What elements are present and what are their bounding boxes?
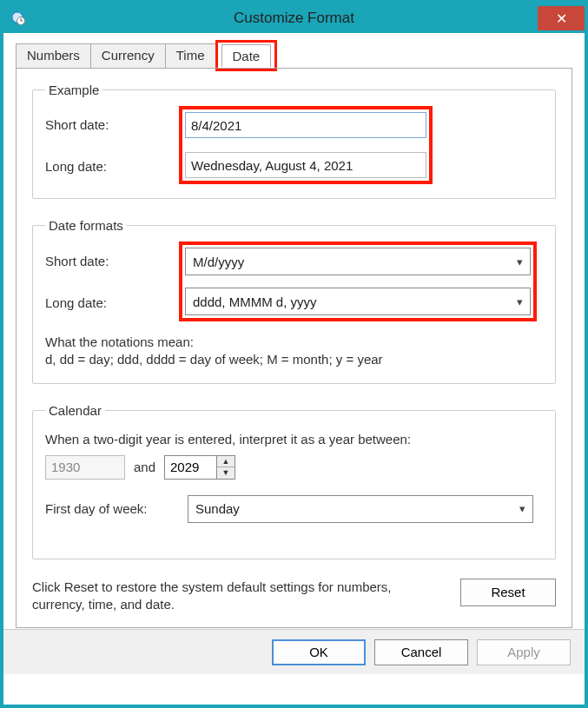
spin-down-button[interactable]: ▼ [217,467,235,479]
first-day-label: First day of week: [45,501,188,516]
close-icon: ✕ [556,10,567,27]
ok-button[interactable]: OK [272,639,366,665]
reset-row: Click Reset to restore the system defaul… [32,579,556,614]
formats-short-label: Short date: [45,247,179,275]
formats-highlight-box: M/d/yyyy ▾ dddd, MMMM d, yyyy ▾ [179,242,537,321]
year-to-spin-buttons: ▲ ▼ [216,455,235,480]
first-day-row: First day of week: Sunday ▾ [45,495,543,523]
example-group: Example Short date: Long date: 8/4/2021 … [32,83,556,199]
spin-up-button[interactable]: ▲ [217,456,235,468]
first-day-combo[interactable]: Sunday ▾ [188,495,533,523]
date-formats-legend: Date formats [45,218,127,233]
chevron-down-icon: ▾ [517,255,523,268]
tab-strip: Numbers Currency Time Date [16,43,585,69]
notations-title: What the notations mean: [45,334,543,351]
example-long-value: Wednesday, August 4, 2021 [185,152,426,178]
content-area: Numbers Currency Time Date Example Short… [3,33,585,705]
first-day-value: Sunday [195,501,240,516]
year-to-spinner: ▲ ▼ [164,455,235,480]
year-and-label: and [134,460,155,474]
globe-clock-icon [10,10,26,26]
year-to-input[interactable] [164,455,216,480]
dialog-footer: OK Cancel Apply [3,629,585,674]
calendar-legend: Calendar [45,403,105,418]
notations-body: d, dd = day; ddd, dddd = day of week; M … [45,351,543,368]
short-date-format-combo[interactable]: M/d/yyyy ▾ [185,248,531,275]
example-legend: Example [45,83,102,97]
cancel-button[interactable]: Cancel [374,639,468,665]
short-date-format-value: M/d/yyyy [193,255,244,269]
reset-description: Click Reset to restore the system defaul… [32,579,460,614]
reset-button[interactable]: Reset [460,579,556,606]
calendar-group: Calendar When a two-digit year is entere… [32,403,556,559]
two-digit-year-text: When a two-digit year is entered, interp… [45,432,543,447]
formats-long-label: Long date: [45,288,179,316]
year-range-row: 1930 and ▲ ▼ [45,455,543,480]
example-short-label: Short date: [45,111,179,137]
tab-time[interactable]: Time [165,43,216,69]
tab-panel-date: Example Short date: Long date: 8/4/2021 … [16,68,572,628]
long-date-format-value: dddd, MMMM d, yyyy [193,294,317,309]
tab-date[interactable]: Date [221,44,272,67]
window-title: Customize Format [3,10,585,27]
example-highlight-box: 8/4/2021 Wednesday, August 4, 2021 [179,106,433,184]
example-short-value: 8/4/2021 [185,112,426,138]
year-from-field: 1930 [45,455,125,480]
close-button[interactable]: ✕ [538,6,585,30]
notations-help: What the notations mean: d, dd = day; dd… [45,334,543,369]
titlebar: Customize Format ✕ [3,3,585,33]
long-date-format-combo[interactable]: dddd, MMMM d, yyyy ▾ [185,288,531,315]
date-formats-group: Date formats Short date: Long date: M/d/… [32,218,556,384]
tab-date-highlight: Date [215,40,278,71]
example-long-label: Long date: [45,153,179,179]
chevron-down-icon: ▾ [517,295,523,308]
chevron-down-icon: ▾ [519,502,525,515]
tab-currency[interactable]: Currency [90,43,166,69]
tab-numbers[interactable]: Numbers [16,43,91,69]
apply-button[interactable]: Apply [477,639,571,665]
customize-format-window: Customize Format ✕ Numbers Currency Time… [0,0,588,708]
